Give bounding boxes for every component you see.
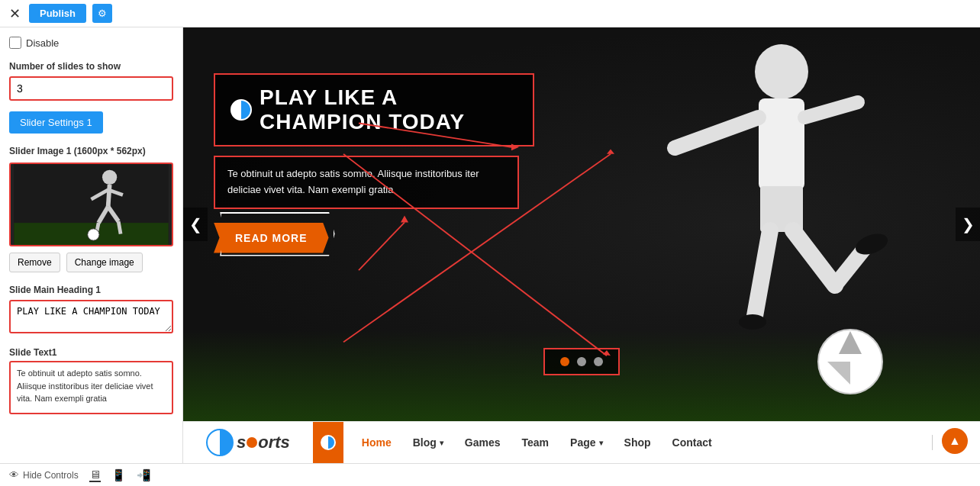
- image-buttons: Remove Change image: [9, 253, 173, 272]
- dot-1[interactable]: [560, 357, 569, 366]
- hide-controls-label: Hide Controls: [23, 470, 79, 481]
- nav-link-page[interactable]: Page ▾: [559, 422, 613, 464]
- slide-text-content[interactable]: Te obtinuit ut adepto satis somno. Aliis…: [9, 361, 173, 414]
- disable-checkbox[interactable]: [9, 37, 21, 49]
- logo-ball: [247, 437, 257, 448]
- slides-count-input[interactable]: [9, 76, 173, 101]
- disable-row: Disable: [9, 37, 173, 49]
- nav-link-team[interactable]: Team: [511, 422, 560, 464]
- bottom-bar: 👁 Hide Controls 🖥 📱 📲: [0, 463, 980, 486]
- site-nav: sorts Home Blog ▾ Games Team Page ▾ Shop…: [183, 421, 980, 463]
- hide-controls-button[interactable]: 👁 Hide Controls: [9, 469, 79, 481]
- hero-content: PLAY LIKE A CHAMPION TODAY Te obtinuit u…: [214, 73, 534, 253]
- svg-line-17: [793, 230, 835, 285]
- slide-text-label: Slide Text1: [9, 347, 173, 358]
- svg-point-11: [755, 44, 808, 99]
- slides-count-label: Number of slides to show: [9, 61, 173, 72]
- svg-line-9: [118, 221, 121, 233]
- nav-links: Home Blog ▾ Games Team Page ▾ Shop Conta…: [351, 422, 723, 464]
- svg-point-10: [88, 229, 99, 240]
- orange-tab: [313, 422, 343, 464]
- hero-slider: PLAY LIKE A CHAMPION TODAY Te obtinuit u…: [183, 27, 980, 421]
- page-chevron: ▾: [599, 439, 603, 447]
- nav-link-games[interactable]: Games: [454, 422, 511, 464]
- svg-rect-12: [759, 98, 804, 190]
- hero-title-inner: PLAY LIKE A CHAMPION TODAY: [230, 85, 517, 134]
- logo-s: s: [237, 433, 246, 452]
- publish-button[interactable]: Publish: [29, 4, 86, 23]
- slider-dots: [543, 348, 620, 375]
- slider-image-preview: [9, 163, 173, 246]
- slide-heading-label: Slide Main Heading 1: [9, 285, 173, 295]
- logo-orts: orts: [258, 433, 290, 452]
- nav-link-blog[interactable]: Blog ▾: [402, 422, 454, 464]
- slider-image-label: Slider Image 1 (1600px * 562px): [9, 146, 173, 156]
- hero-desc-box: Te obtinuit ut adepto satis somno. Aliis…: [214, 156, 519, 209]
- mobile-view-button[interactable]: 📲: [137, 468, 151, 482]
- svg-line-14: [804, 102, 858, 117]
- right-area: PLAY LIKE A CHAMPION TODAY Te obtinuit u…: [183, 27, 980, 463]
- svg-line-13: [675, 117, 759, 148]
- orange-tab-icon: [321, 435, 336, 450]
- read-more-button[interactable]: READ MORE: [214, 223, 329, 253]
- svg-point-2: [102, 170, 117, 185]
- logo-icon: [206, 429, 234, 456]
- nav-link-shop[interactable]: Shop: [614, 422, 662, 464]
- hero-background: PLAY LIKE A CHAMPION TODAY Te obtinuit u…: [183, 27, 980, 421]
- logo-text: sorts: [237, 433, 290, 452]
- nav-link-home[interactable]: Home: [351, 422, 402, 464]
- hero-title-box: PLAY LIKE A CHAMPION TODAY: [214, 73, 534, 146]
- slider-next-button[interactable]: ❯: [956, 208, 980, 241]
- hero-player: [598, 27, 919, 421]
- left-panel: Disable Number of slides to show Slider …: [0, 27, 183, 463]
- hero-title-text: PLAY LIKE A CHAMPION TODAY: [260, 85, 517, 134]
- hero-icon: [230, 99, 252, 121]
- tablet-view-button[interactable]: 📱: [111, 468, 126, 482]
- svg-line-3: [108, 185, 110, 207]
- change-image-button[interactable]: Change image: [66, 253, 143, 272]
- nav-divider: [932, 435, 933, 450]
- slider-prev-button[interactable]: ❮: [183, 208, 208, 241]
- slide-heading-input[interactable]: PLAY LIKE A CHAMPION TODAY: [9, 300, 173, 333]
- settings-button[interactable]: ⚙: [92, 4, 112, 23]
- dot-2[interactable]: [577, 357, 586, 366]
- main-layout: Disable Number of slides to show Slider …: [0, 27, 980, 463]
- desktop-view-button[interactable]: 🖥: [89, 468, 101, 482]
- top-bar: ✕ Publish ⚙: [0, 0, 980, 27]
- blog-chevron: ▾: [440, 439, 443, 447]
- slider-settings-button[interactable]: Slider Settings 1: [9, 111, 103, 134]
- nav-link-contact[interactable]: Contact: [662, 422, 723, 464]
- svg-point-19: [739, 314, 766, 330]
- disable-label: Disable: [26, 37, 59, 49]
- hero-desc-text: Te obtinuit ut adepto satis somno. Aliis…: [227, 168, 479, 195]
- dot-3[interactable]: [594, 357, 603, 366]
- scroll-top-button[interactable]: ▲: [942, 428, 968, 454]
- close-button[interactable]: ✕: [6, 5, 23, 22]
- eye-icon: 👁: [9, 469, 19, 481]
- remove-image-button[interactable]: Remove: [9, 253, 60, 272]
- svg-line-16: [755, 230, 770, 316]
- site-logo: sorts: [206, 429, 290, 456]
